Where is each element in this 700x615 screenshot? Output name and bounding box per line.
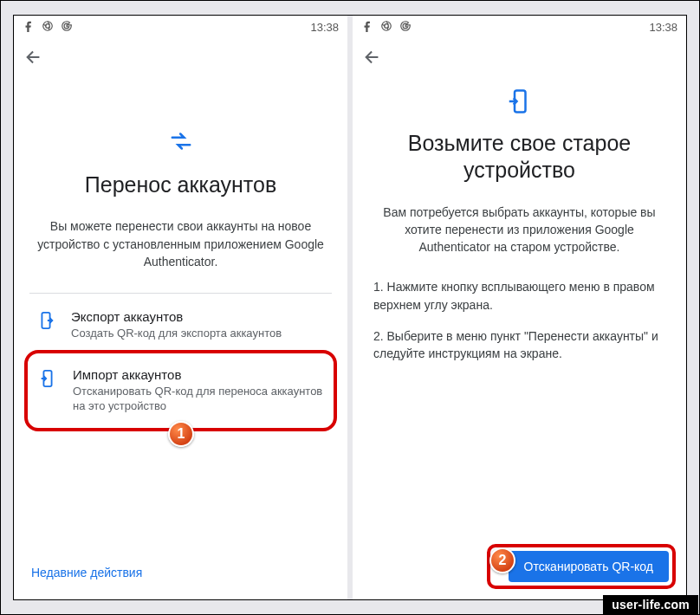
import-title: Импорт аккаунтов: [73, 367, 323, 382]
scan-qr-button[interactable]: Отсканировать QR-код: [509, 551, 669, 582]
divider: [29, 293, 332, 294]
import-icon: [38, 369, 59, 392]
status-bar: 13:38: [353, 16, 686, 38]
chrome-icon: [42, 20, 54, 35]
facebook-icon: [361, 20, 373, 35]
badge-2: 2: [489, 547, 515, 573]
svg-point-4: [382, 21, 392, 30]
page-desc: Вам потребуется выбрать аккаунты, которы…: [368, 204, 671, 256]
export-sub: Создать QR-код для экспорта аккаунтов: [71, 326, 325, 341]
import-accounts-item[interactable]: Импорт аккаунтов Отсканировать QR-код дл…: [29, 353, 332, 428]
page-title: Перенос аккаунтов: [29, 172, 332, 198]
clock-time: 13:38: [649, 21, 677, 34]
export-accounts-item[interactable]: Экспорт аккаунтов Создать QR-код для экс…: [29, 297, 332, 353]
chrome-icon: [380, 20, 392, 35]
watermark: user-life.com: [603, 595, 698, 614]
transfer-icon: [29, 130, 332, 152]
recent-actions-link[interactable]: Недавние действия: [31, 566, 142, 579]
svg-point-0: [43, 21, 53, 30]
step-2: 2. Выберите в меню пункт "Перенести акка…: [373, 327, 665, 363]
badge-1: 1: [168, 421, 194, 447]
clock-time: 13:38: [310, 21, 339, 34]
phone-right: 13:38 Возьмите свое старое устройство Ва…: [353, 16, 686, 599]
phone-left: 13:38 Перенос аккаунтов Вы можете перене…: [14, 16, 347, 599]
step-1: 1. Нажмите кнопку всплывающего меню в пр…: [373, 278, 665, 314]
google-icon: [399, 20, 412, 35]
app-bar: [14, 38, 347, 80]
page-title: Возьмите свое старое устройство: [368, 130, 671, 184]
facebook-icon: [23, 20, 35, 35]
app-bar: [353, 38, 686, 80]
google-icon: [61, 20, 73, 35]
export-icon: [36, 311, 57, 333]
back-button[interactable]: [24, 48, 43, 70]
back-button[interactable]: [363, 48, 382, 70]
import-device-icon: [368, 88, 671, 114]
import-sub: Отсканировать QR-код для переноса аккаун…: [73, 384, 323, 414]
status-bar: 13:38: [14, 16, 347, 38]
page-desc: Вы можете перенести свои аккаунты на нов…: [29, 217, 332, 270]
export-title: Экспорт аккаунтов: [71, 309, 325, 324]
